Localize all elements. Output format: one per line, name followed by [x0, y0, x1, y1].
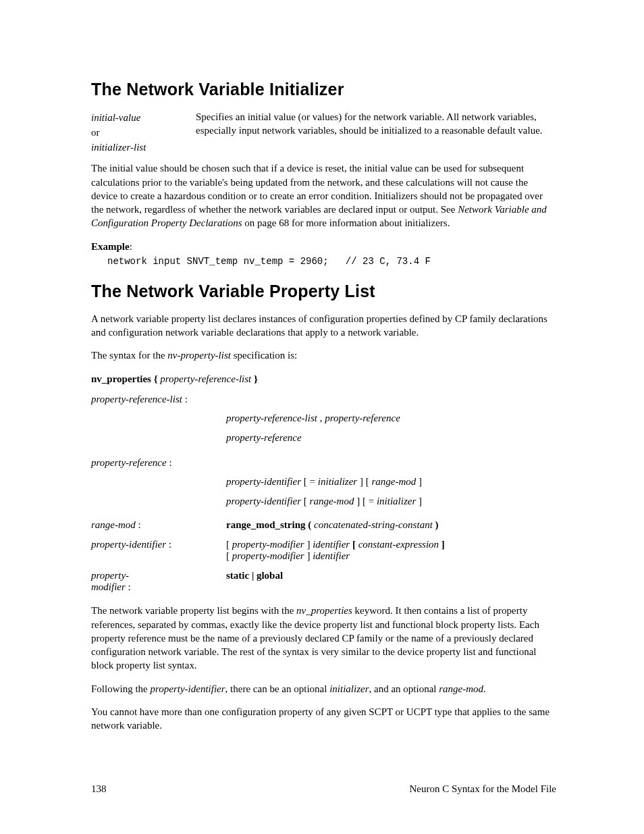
page-footer: 138 Neuron C Syntax for the Model File	[91, 783, 556, 795]
pi1-b4: ]	[441, 539, 445, 550]
prl-line1-b: property-reference	[322, 413, 400, 423]
pm-label-colon: :	[126, 581, 131, 592]
example-code: network input SNVT_temp nv_temp = 2960; …	[107, 256, 556, 267]
pi-line1: [ property-modifier ] identifier [ const…	[226, 539, 556, 550]
pr2-b4: ]	[419, 496, 422, 506]
pi-right: [ property-modifier ] identifier [ const…	[226, 539, 556, 562]
pr1-rm: range-mod	[369, 476, 419, 487]
rm-close: )	[435, 519, 439, 530]
p4-c: , and an optional	[369, 683, 439, 694]
p4-d: .	[483, 683, 486, 694]
pi2-id: identifier	[310, 550, 350, 561]
initializer-term-desc: Specifies an initial value (or values) f…	[196, 110, 556, 155]
prl-label-text: property-reference-list	[91, 394, 182, 405]
initializer-term-definition: initial-value or initializer-list Specif…	[91, 110, 556, 155]
section-heading-initializer: The Network Variable Initializer	[91, 80, 556, 99]
pr1-init: initializer	[318, 476, 360, 487]
proplist-constraint-para: You cannot have more than one configurat…	[91, 705, 556, 733]
pi-label-text: property-identifier	[91, 539, 166, 550]
page-number: 138	[91, 783, 107, 795]
initializer-paragraph: The initial value should be chosen such …	[91, 161, 556, 230]
proplist-intro-para: A network variable property list declare…	[91, 312, 556, 340]
syntax-lead-a: The syntax for the	[91, 350, 167, 361]
pr1-eq: =	[307, 476, 318, 487]
rm-right: range_mod_string ( concatenated-string-c…	[226, 519, 556, 531]
pi-line2: [ property-modifier ] identifier	[226, 550, 556, 562]
pr2-a: property-identifier	[226, 496, 304, 506]
term-initializer-list: initializer-list	[91, 140, 196, 155]
p4-em1: property-identifier	[151, 683, 225, 694]
example-label: Example:	[91, 240, 556, 253]
syntax-nvprop-em: property-reference-list	[158, 373, 254, 384]
pr-label-text: property-reference	[91, 457, 167, 468]
rm-em: concatenated-string-constant	[311, 519, 435, 530]
section-heading-property-list: The Network Variable Property List	[91, 282, 556, 301]
pm-val: static | global	[226, 570, 283, 581]
proplist-following-para: Following the property-identifier, there…	[91, 682, 556, 696]
pr1-a: property-identifier	[226, 476, 304, 487]
doc-title-footer: Neuron C Syntax for the Model File	[410, 783, 556, 795]
pm-label-text: property-modifier	[91, 570, 129, 592]
p4-b: , there can be an optional	[225, 683, 330, 694]
pr-line1: property-identifier [ = initializer ] [ …	[226, 476, 556, 488]
p3-em: nv_properties	[296, 605, 352, 616]
pi2-pm: property-modifier	[230, 550, 306, 561]
pi-label: property-identifier :	[91, 539, 226, 562]
pm-label: property-modifier :	[91, 570, 159, 593]
syntax-nv-properties: nv_properties { property-reference-list …	[91, 372, 556, 386]
rm-label-colon: :	[136, 519, 141, 530]
proplist-explain-para: The network variable property list begin…	[91, 604, 556, 672]
pr-line2: property-identifier [ range-mod ] [ = in…	[226, 496, 556, 507]
rm-label: range-mod :	[91, 519, 226, 531]
grammar-pr-label: property-reference :	[91, 456, 556, 469]
pr2-rm: range-mod	[307, 496, 356, 506]
syntax-nvprop-close: }	[254, 373, 258, 384]
pr-label-colon: :	[167, 457, 172, 468]
example-label-colon: :	[130, 241, 132, 252]
proplist-syntax-lead: The syntax for the nv-property-list spec…	[91, 348, 556, 362]
initializer-para-text-b: on page 68 for more information about in…	[242, 217, 450, 228]
prl-line1-a: property-reference-list	[226, 413, 320, 423]
p4-a: Following the	[91, 683, 151, 694]
grammar-property-identifier: property-identifier : [ property-modifie…	[91, 539, 556, 562]
p3-a: The network variable property list begin…	[91, 605, 296, 616]
initializer-term-left: initial-value or initializer-list	[91, 110, 196, 155]
prl-line2: property-reference	[226, 432, 556, 444]
prl-label-colon: :	[182, 394, 188, 405]
pr2-init: initializer	[377, 496, 419, 506]
grammar-property-modifier: property-modifier : static | global	[91, 570, 556, 593]
pr2-eq: =	[366, 496, 377, 506]
grammar-prl-label: property-reference-list :	[91, 392, 556, 406]
pi1-pm: property-modifier	[230, 539, 306, 550]
pi1-id: identifier	[310, 539, 352, 550]
pm-right: static | global	[159, 570, 556, 593]
syntax-nvprop-open: nv_properties {	[91, 373, 158, 384]
pi-label-colon: :	[166, 539, 171, 550]
pi1-ce: constant-expression	[356, 539, 441, 550]
grammar-prl-block: property-reference-list , property-refer…	[226, 413, 556, 444]
rm-bold: range_mod_string (	[226, 519, 311, 530]
p4-em2: initializer	[329, 683, 369, 694]
page: The Network Variable Initializer initial…	[0, 0, 644, 834]
p4-em3: range-mod	[439, 683, 483, 694]
term-or: or	[91, 126, 196, 140]
term-initial-value: initial-value	[91, 111, 196, 126]
pr1-b4: ]	[419, 476, 422, 487]
grammar-pr-block: property-identifier [ = initializer ] [ …	[226, 476, 556, 507]
prl-line1: property-reference-list , property-refer…	[226, 413, 556, 424]
syntax-lead-em: nv-property-list	[167, 350, 231, 361]
grammar-range-mod: range-mod : range_mod_string ( concatena…	[91, 519, 556, 531]
example-label-bold: Example	[91, 241, 130, 252]
rm-label-text: range-mod	[91, 519, 136, 530]
syntax-lead-b: specification is:	[231, 350, 297, 361]
